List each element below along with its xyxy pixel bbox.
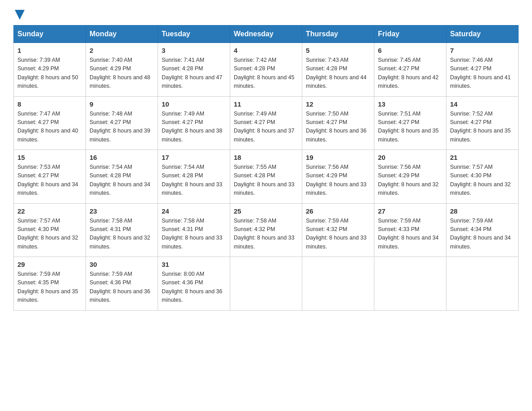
day-number: 22 bbox=[17, 207, 82, 215]
empty-cell-4-5 bbox=[374, 257, 446, 311]
header-sunday: Sunday bbox=[14, 26, 86, 43]
day-cell-6: 6 Sunrise: 7:45 AMSunset: 4:27 PMDayligh… bbox=[374, 43, 446, 97]
day-number: 26 bbox=[306, 207, 370, 215]
day-number: 12 bbox=[306, 100, 370, 108]
empty-cell-4-4 bbox=[302, 257, 374, 311]
day-number: 6 bbox=[378, 47, 442, 54]
day-cell-1: 1 Sunrise: 7:39 AMSunset: 4:29 PMDayligh… bbox=[14, 43, 86, 97]
day-number: 18 bbox=[234, 154, 298, 161]
day-info: Sunrise: 7:46 AMSunset: 4:27 PMDaylight:… bbox=[450, 57, 511, 89]
day-cell-8: 8 Sunrise: 7:47 AMSunset: 4:27 PMDayligh… bbox=[14, 96, 86, 150]
day-info: Sunrise: 7:52 AMSunset: 4:27 PMDaylight:… bbox=[450, 111, 511, 143]
day-info: Sunrise: 7:59 AMSunset: 4:33 PMDaylight:… bbox=[378, 218, 439, 250]
day-number: 4 bbox=[234, 47, 298, 54]
day-info: Sunrise: 7:42 AMSunset: 4:28 PMDaylight:… bbox=[234, 57, 295, 89]
week-row-1: 1 Sunrise: 7:39 AMSunset: 4:29 PMDayligh… bbox=[14, 43, 519, 97]
day-info: Sunrise: 7:55 AMSunset: 4:28 PMDaylight:… bbox=[234, 164, 295, 196]
svg-marker-0 bbox=[15, 10, 25, 20]
calendar-header: SundayMondayTuesdayWednesdayThursdayFrid… bbox=[14, 26, 519, 43]
day-number: 14 bbox=[450, 100, 515, 108]
day-cell-14: 14 Sunrise: 7:52 AMSunset: 4:27 PMDaylig… bbox=[446, 96, 519, 150]
day-info: Sunrise: 8:00 AMSunset: 4:36 PMDaylight:… bbox=[162, 271, 223, 303]
day-number: 27 bbox=[378, 207, 442, 215]
day-cell-25: 25 Sunrise: 7:58 AMSunset: 4:32 PMDaylig… bbox=[230, 203, 302, 257]
day-info: Sunrise: 7:50 AMSunset: 4:27 PMDaylight:… bbox=[306, 111, 367, 143]
page-header bbox=[13, 9, 519, 18]
day-cell-12: 12 Sunrise: 7:50 AMSunset: 4:27 PMDaylig… bbox=[302, 96, 374, 150]
day-info: Sunrise: 7:54 AMSunset: 4:28 PMDaylight:… bbox=[90, 164, 150, 196]
day-info: Sunrise: 7:51 AMSunset: 4:27 PMDaylight:… bbox=[378, 111, 439, 143]
day-info: Sunrise: 7:54 AMSunset: 4:28 PMDaylight:… bbox=[162, 164, 223, 196]
day-number: 2 bbox=[90, 47, 154, 54]
day-cell-17: 17 Sunrise: 7:54 AMSunset: 4:28 PMDaylig… bbox=[158, 150, 230, 204]
day-cell-3: 3 Sunrise: 7:41 AMSunset: 4:28 PMDayligh… bbox=[158, 43, 230, 97]
day-cell-2: 2 Sunrise: 7:40 AMSunset: 4:29 PMDayligh… bbox=[86, 43, 158, 97]
day-info: Sunrise: 7:48 AMSunset: 4:27 PMDaylight:… bbox=[90, 111, 150, 143]
day-cell-5: 5 Sunrise: 7:43 AMSunset: 4:28 PMDayligh… bbox=[302, 43, 374, 97]
empty-cell-4-6 bbox=[446, 257, 519, 311]
day-number: 1 bbox=[17, 47, 82, 54]
week-row-4: 22 Sunrise: 7:57 AMSunset: 4:30 PMDaylig… bbox=[14, 203, 519, 257]
day-info: Sunrise: 7:49 AMSunset: 4:27 PMDaylight:… bbox=[162, 111, 223, 143]
day-number: 7 bbox=[450, 47, 515, 54]
day-number: 28 bbox=[450, 207, 515, 215]
day-cell-26: 26 Sunrise: 7:59 AMSunset: 4:32 PMDaylig… bbox=[302, 203, 374, 257]
day-info: Sunrise: 7:58 AMSunset: 4:32 PMDaylight:… bbox=[234, 218, 295, 250]
day-number: 16 bbox=[90, 154, 154, 161]
calendar-table: SundayMondayTuesdayWednesdayThursdayFrid… bbox=[13, 25, 519, 311]
day-info: Sunrise: 7:45 AMSunset: 4:27 PMDaylight:… bbox=[378, 57, 439, 89]
week-row-3: 15 Sunrise: 7:53 AMSunset: 4:27 PMDaylig… bbox=[14, 150, 519, 204]
day-info: Sunrise: 7:56 AMSunset: 4:29 PMDaylight:… bbox=[306, 164, 367, 196]
day-number: 8 bbox=[17, 100, 82, 108]
day-number: 5 bbox=[306, 47, 370, 54]
day-number: 17 bbox=[162, 154, 226, 161]
day-number: 3 bbox=[162, 47, 226, 54]
day-number: 25 bbox=[234, 207, 298, 215]
header-thursday: Thursday bbox=[302, 26, 374, 43]
header-wednesday: Wednesday bbox=[230, 26, 302, 43]
day-info: Sunrise: 7:59 AMSunset: 4:32 PMDaylight:… bbox=[306, 218, 367, 250]
day-number: 29 bbox=[17, 261, 82, 268]
day-info: Sunrise: 7:41 AMSunset: 4:28 PMDaylight:… bbox=[162, 57, 223, 89]
day-cell-9: 9 Sunrise: 7:48 AMSunset: 4:27 PMDayligh… bbox=[86, 96, 158, 150]
day-number: 9 bbox=[90, 100, 154, 108]
day-cell-18: 18 Sunrise: 7:55 AMSunset: 4:28 PMDaylig… bbox=[230, 150, 302, 204]
day-cell-29: 29 Sunrise: 7:59 AMSunset: 4:35 PMDaylig… bbox=[14, 257, 86, 311]
day-info: Sunrise: 7:59 AMSunset: 4:36 PMDaylight:… bbox=[90, 271, 150, 303]
day-info: Sunrise: 7:49 AMSunset: 4:27 PMDaylight:… bbox=[234, 111, 295, 143]
week-row-5: 29 Sunrise: 7:59 AMSunset: 4:35 PMDaylig… bbox=[14, 257, 519, 311]
day-cell-10: 10 Sunrise: 7:49 AMSunset: 4:27 PMDaylig… bbox=[158, 96, 230, 150]
day-cell-27: 27 Sunrise: 7:59 AMSunset: 4:33 PMDaylig… bbox=[374, 203, 446, 257]
day-number: 15 bbox=[17, 154, 82, 161]
day-number: 21 bbox=[450, 154, 515, 161]
day-number: 24 bbox=[162, 207, 226, 215]
day-info: Sunrise: 7:58 AMSunset: 4:31 PMDaylight:… bbox=[90, 218, 150, 250]
day-cell-28: 28 Sunrise: 7:59 AMSunset: 4:34 PMDaylig… bbox=[446, 203, 519, 257]
day-cell-11: 11 Sunrise: 7:49 AMSunset: 4:27 PMDaylig… bbox=[230, 96, 302, 150]
day-cell-19: 19 Sunrise: 7:56 AMSunset: 4:29 PMDaylig… bbox=[302, 150, 374, 204]
day-number: 23 bbox=[90, 207, 154, 215]
day-number: 31 bbox=[162, 261, 226, 268]
day-cell-13: 13 Sunrise: 7:51 AMSunset: 4:27 PMDaylig… bbox=[374, 96, 446, 150]
day-info: Sunrise: 7:40 AMSunset: 4:29 PMDaylight:… bbox=[90, 57, 150, 89]
day-cell-20: 20 Sunrise: 7:56 AMSunset: 4:29 PMDaylig… bbox=[374, 150, 446, 204]
day-cell-7: 7 Sunrise: 7:46 AMSunset: 4:27 PMDayligh… bbox=[446, 43, 519, 97]
day-number: 11 bbox=[234, 100, 298, 108]
logo-triangle-icon bbox=[15, 10, 25, 20]
day-info: Sunrise: 7:58 AMSunset: 4:31 PMDaylight:… bbox=[162, 218, 223, 250]
header-monday: Monday bbox=[86, 26, 158, 43]
day-cell-16: 16 Sunrise: 7:54 AMSunset: 4:28 PMDaylig… bbox=[86, 150, 158, 204]
day-number: 30 bbox=[90, 261, 154, 268]
day-cell-30: 30 Sunrise: 7:59 AMSunset: 4:36 PMDaylig… bbox=[86, 257, 158, 311]
day-info: Sunrise: 7:53 AMSunset: 4:27 PMDaylight:… bbox=[17, 164, 78, 196]
day-number: 20 bbox=[378, 154, 442, 161]
day-info: Sunrise: 7:39 AMSunset: 4:29 PMDaylight:… bbox=[17, 57, 78, 89]
day-info: Sunrise: 7:56 AMSunset: 4:29 PMDaylight:… bbox=[378, 164, 439, 196]
day-info: Sunrise: 7:59 AMSunset: 4:35 PMDaylight:… bbox=[17, 271, 78, 303]
day-cell-22: 22 Sunrise: 7:57 AMSunset: 4:30 PMDaylig… bbox=[14, 203, 86, 257]
day-info: Sunrise: 7:57 AMSunset: 4:30 PMDaylight:… bbox=[450, 164, 511, 196]
day-cell-23: 23 Sunrise: 7:58 AMSunset: 4:31 PMDaylig… bbox=[86, 203, 158, 257]
day-info: Sunrise: 7:43 AMSunset: 4:28 PMDaylight:… bbox=[306, 57, 367, 89]
day-number: 10 bbox=[162, 100, 226, 108]
day-info: Sunrise: 7:47 AMSunset: 4:27 PMDaylight:… bbox=[17, 111, 78, 143]
